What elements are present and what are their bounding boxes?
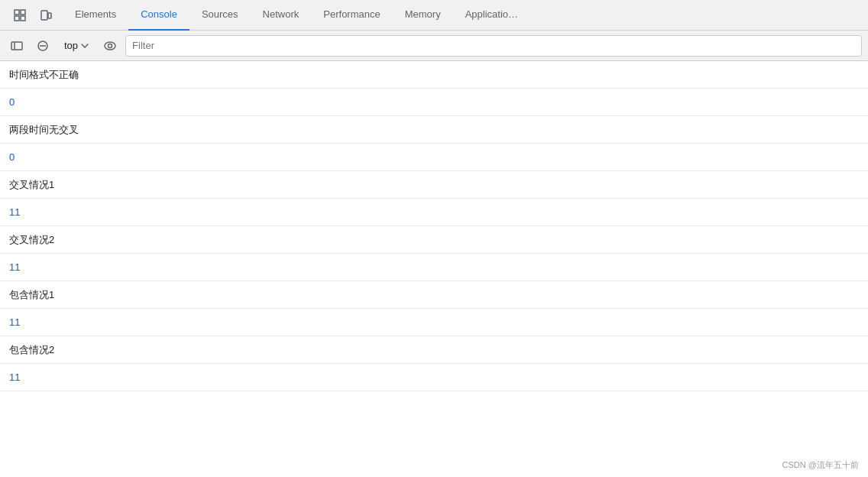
svg-rect-2 [15, 16, 19, 21]
tab-memory[interactable]: Memory [393, 0, 453, 31]
svg-rect-6 [11, 42, 22, 50]
svg-rect-5 [48, 13, 51, 18]
console-row: 0 [0, 89, 868, 116]
filter-input[interactable] [125, 35, 862, 57]
tab-sources[interactable]: Sources [189, 0, 251, 31]
svg-rect-1 [21, 10, 25, 15]
tab-elements[interactable]: Elements [63, 0, 128, 31]
console-row: 11 [0, 254, 868, 281]
device-toolbar-icon[interactable] [35, 5, 57, 26]
context-label: top [64, 40, 78, 51]
tab-network[interactable]: Network [251, 0, 312, 31]
watermark: CSDN @流年五十前 [782, 459, 859, 471]
svg-rect-3 [21, 16, 25, 21]
console-toolbar: top [0, 31, 868, 61]
console-output: 时间格式不正确0两段时间无交叉0交叉情况111交叉情况211包含情况111包含情… [0, 61, 868, 477]
console-row: 包含情况1 [0, 281, 868, 309]
console-row: 11 [0, 309, 868, 336]
clear-console-button[interactable] [32, 35, 53, 57]
tab-console[interactable]: Console [128, 0, 189, 31]
console-row: 包含情况2 [0, 336, 868, 364]
tab-bar: Elements Console Sources Network Perform… [0, 0, 868, 31]
console-row: 0 [0, 144, 868, 171]
devtools-icons [3, 5, 63, 26]
svg-point-11 [108, 44, 112, 47]
console-row: 交叉情况2 [0, 226, 868, 254]
console-row: 11 [0, 364, 868, 391]
svg-rect-4 [41, 11, 47, 20]
console-row: 两段时间无交叉 [0, 116, 868, 144]
console-row: 交叉情况1 [0, 171, 868, 199]
console-row: 时间格式不正确 [0, 61, 868, 89]
tab-application[interactable]: Applicatio… [453, 0, 530, 31]
svg-point-10 [105, 42, 115, 50]
svg-rect-0 [15, 10, 19, 15]
inspect-icon[interactable] [9, 5, 31, 26]
sidebar-toggle-button[interactable] [6, 35, 28, 57]
context-selector-button[interactable]: top [58, 35, 95, 57]
preserve-log-button[interactable] [99, 35, 121, 57]
console-row: 11 [0, 199, 868, 226]
tab-performance[interactable]: Performance [311, 0, 392, 31]
